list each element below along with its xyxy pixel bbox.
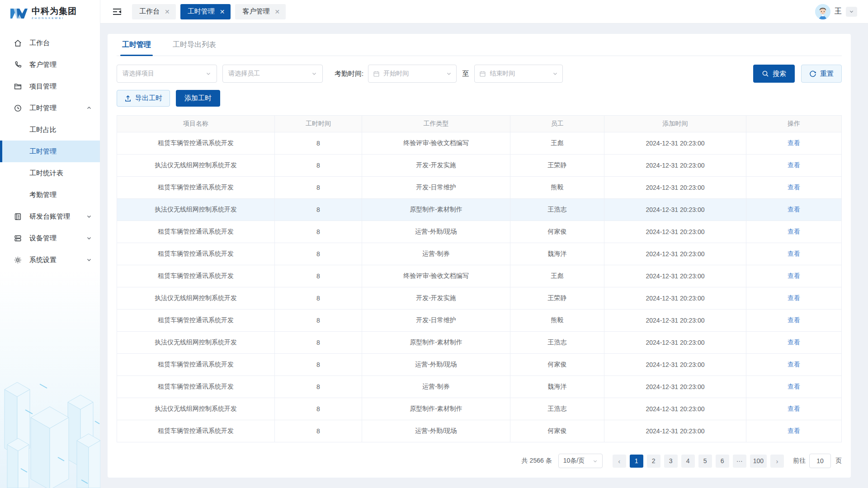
sidebar-subitem-attendance[interactable]: 考勤管理 [0,184,100,206]
view-link[interactable]: 查看 [788,383,800,391]
cell-hours: 8 [275,243,362,265]
calendar-icon [479,70,486,77]
next-page-button[interactable]: › [770,455,784,468]
export-button-label: 导出工时 [135,94,162,103]
project-select[interactable]: 请选择项目 [117,65,217,83]
menu-fold-icon[interactable] [112,7,122,16]
employee-select[interactable]: 请选择员工 [222,65,323,83]
chevron-down-icon[interactable] [846,7,857,17]
cell-employee: 王浩志 [510,332,604,354]
user-menu[interactable]: 王 [815,4,857,19]
sidebar-item-worktime[interactable]: 工时管理 [0,97,100,119]
page-number-button[interactable]: 3 [664,455,678,468]
view-link[interactable]: 查看 [788,294,800,302]
cell-project: 租赁车辆管控通讯系统开发 [117,420,275,442]
cell-time: 2024-12-31 20:23:00 [604,332,746,354]
cell-project: 租赁车辆管控通讯系统开发 [117,376,275,398]
view-link[interactable]: 查看 [788,272,800,280]
chevron-down-icon [86,235,92,241]
view-link[interactable]: 查看 [788,316,800,324]
page-number-button[interactable]: ··· [733,455,746,468]
worktime-table: 项目名称 工时时间 工作类型 员工 添加时间 操作 租赁车辆管控通讯系统开发 8… [117,115,842,442]
cell-type: 运营-外勤/现场 [362,420,510,442]
page-number-button[interactable]: 4 [681,455,695,468]
view-link[interactable]: 查看 [788,405,800,413]
page-number-button[interactable]: 2 [647,455,660,468]
sidebar-item-label: 研发台账管理 [29,212,70,221]
page-number-button[interactable]: 100 [750,455,767,468]
chevron-up-icon [86,105,92,111]
sidebar-item-label: 项目管理 [29,82,57,91]
table-row: 执法仪无线组网控制系统开发 8 原型制作-素材制作 王浩志 2024-12-31… [117,332,842,354]
search-button[interactable]: 搜索 [753,65,795,83]
view-link[interactable]: 查看 [788,206,800,214]
page-size-select[interactable]: 10条/页 [558,454,603,468]
view-link[interactable]: 查看 [788,250,800,258]
page-number-button[interactable]: 5 [698,455,712,468]
reset-button-label: 重置 [820,70,834,78]
add-worktime-button[interactable]: 添加工时 [176,90,220,107]
topbar-tab[interactable]: 工作台 ✕ [132,4,176,19]
sidebar-subitem-worktime-ratio[interactable]: 工时占比 [0,119,100,141]
view-link[interactable]: 查看 [788,427,800,435]
table-row: 租赁车辆管控通讯系统开发 8 运营-外勤/现场 何家俊 2024-12-31 2… [117,420,842,442]
view-link[interactable]: 查看 [788,338,800,347]
cell-employee: 何家俊 [510,221,604,243]
sidebar-item-settings[interactable]: 系统设置 [0,249,100,271]
view-link[interactable]: 查看 [788,361,800,369]
sidebar-item-rd-ledger[interactable]: 研发台账管理 [0,206,100,227]
view-link[interactable]: 查看 [788,161,800,169]
panel-tab[interactable]: 工时管理 [122,40,151,56]
topbar-tab-label: 工作台 [139,7,160,16]
reset-button[interactable]: 重置 [801,65,842,83]
topbar-tab[interactable]: 客户管理 ✕ [235,4,286,19]
gear-icon [14,256,22,264]
panel-tab-label: 工时管理 [122,41,151,48]
home-icon [14,39,22,47]
cell-employee: 何家俊 [510,420,604,442]
sidebar-item-workbench[interactable]: 工作台 [0,32,100,54]
page-number-button[interactable]: 6 [716,455,729,468]
cell-type: 原型制作-素材制作 [362,199,510,221]
table-header-row: 项目名称 工时时间 工作类型 员工 添加时间 操作 [117,115,842,132]
cell-hours: 8 [275,177,362,199]
cell-employee: 熊毅 [510,177,604,199]
brand-subtitle: ZHONGKEWEI [32,17,77,19]
cell-project: 执法仪无线组网控制系统开发 [117,332,275,354]
end-date-picker[interactable]: 结束时间 [474,65,563,83]
prev-page-button[interactable]: ‹ [613,455,626,468]
cell-employee: 魏海洋 [510,376,604,398]
close-icon[interactable]: ✕ [165,9,170,15]
start-date-picker[interactable]: 开始时间 [368,65,457,83]
sidebar-item-customers[interactable]: 客户管理 [0,54,100,75]
view-link[interactable]: 查看 [788,228,800,236]
table-row: 租赁车辆管控通讯系统开发 8 运营-外勤/现场 何家俊 2024-12-31 2… [117,354,842,376]
filter-bar: 请选择项目 请选择员工 考勤时间: 开始时间 至 结束时间 搜索 [117,65,842,83]
export-worktime-button[interactable]: 导出工时 [117,90,170,107]
view-link[interactable]: 查看 [788,139,800,147]
attendance-time-label: 考勤时间: [335,70,363,78]
close-icon[interactable]: ✕ [274,9,280,15]
cell-type: 终验评审-验收文档编写 [362,132,510,155]
sidebar-item-projects[interactable]: 项目管理 [0,75,100,97]
avatar[interactable] [815,4,830,19]
view-link[interactable]: 查看 [788,183,800,192]
cell-employee: 王彪 [510,132,604,155]
cell-time: 2024-12-31 20:23:00 [604,398,746,420]
sidebar-subitem-worktime-stats[interactable]: 工时统计表 [0,162,100,184]
brand-name: 中科为集团 [32,7,77,15]
sidebar-subitem-worktime-manage[interactable]: 工时管理 [0,141,100,162]
page-size-value: 10条/页 [563,457,585,465]
page-number-button[interactable]: 1 [630,455,643,468]
goto-page-input[interactable] [809,454,831,468]
total-count: 共 2566 条 [522,457,552,465]
topbar-tab[interactable]: 工时管理 ✕ [180,4,231,19]
close-icon[interactable]: ✕ [220,9,225,15]
cell-hours: 8 [275,398,362,420]
sidebar-item-devices[interactable]: 设备管理 [0,227,100,249]
add-button-label: 添加工时 [184,94,212,103]
panel-tab[interactable]: 工时导出列表 [173,40,216,56]
table-row: 租赁车辆管控通讯系统开发 8 终验评审-验收文档编写 王彪 2024-12-31… [117,132,842,155]
chevron-down-icon [593,459,598,464]
start-date-placeholder: 开始时间 [383,70,409,78]
